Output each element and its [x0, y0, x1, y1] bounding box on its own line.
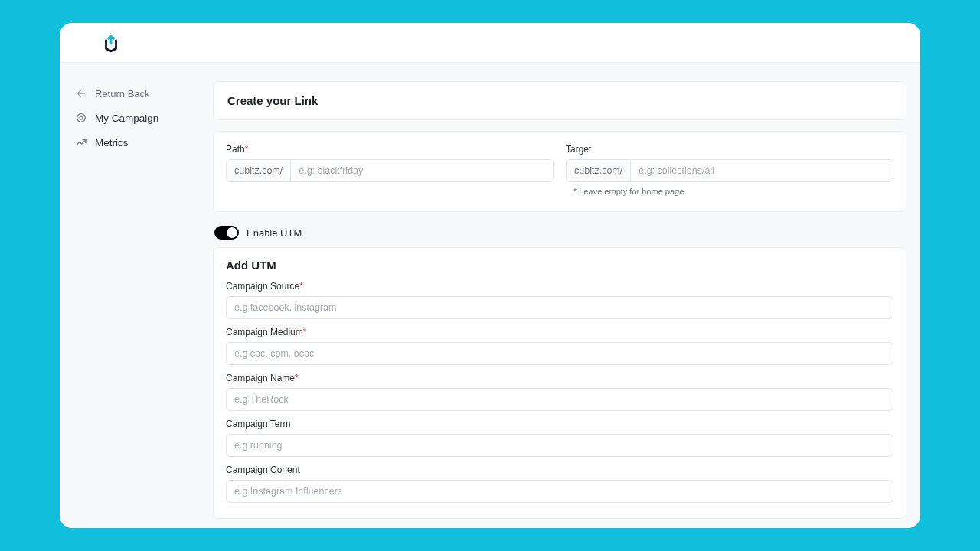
sidebar: Return Back My Campaign Metrics — [60, 63, 213, 528]
sidebar-item-my-campaign[interactable]: My Campaign — [60, 106, 213, 130]
create-link-header-card: Create your Link — [213, 81, 906, 120]
target-prefix: cubitz.com/ — [567, 160, 631, 181]
app-window: Return Back My Campaign Metrics — [60, 23, 920, 528]
target-label: Target — [566, 144, 893, 155]
sidebar-item-metrics[interactable]: Metrics — [60, 130, 213, 155]
add-utm-card: Add UTM Campaign Source* Campaign Medium… — [213, 247, 906, 519]
sidebar-return-label: Return Back — [95, 88, 150, 99]
target-icon — [75, 112, 87, 124]
sidebar-item-label: My Campaign — [95, 112, 158, 124]
main-content: Create your Link Path* cubitz.com/ T — [213, 63, 920, 528]
trending-icon — [75, 136, 87, 148]
topbar — [60, 23, 920, 63]
campaign-term-label: Campaign Term — [226, 419, 893, 429]
target-hint: * Leave empty for home page — [573, 187, 893, 196]
path-input-group: cubitz.com/ — [226, 159, 554, 182]
enable-utm-row: Enable UTM — [213, 223, 906, 247]
campaign-source-input[interactable] — [226, 296, 893, 319]
create-link-title: Create your Link — [227, 94, 892, 107]
add-utm-title: Add UTM — [226, 259, 893, 272]
create-link-fields-card: Path* cubitz.com/ Target cubitz.com/ — [213, 131, 906, 212]
campaign-source-label: Campaign Source* — [226, 281, 893, 292]
path-prefix: cubitz.com/ — [227, 160, 291, 181]
sidebar-return-back[interactable]: Return Back — [60, 81, 213, 106]
brand-logo — [101, 33, 121, 53]
enable-utm-label: Enable UTM — [247, 227, 302, 239]
campaign-name-label: Campaign Name* — [226, 373, 893, 383]
sidebar-item-label: Metrics — [95, 137, 129, 148]
campaign-name-input[interactable] — [226, 388, 893, 411]
path-input[interactable] — [291, 160, 553, 181]
svg-point-2 — [80, 116, 83, 119]
campaign-medium-label: Campaign Medium* — [226, 327, 893, 337]
campaign-content-label: Campaign Conent — [226, 465, 893, 475]
path-label: Path* — [226, 144, 554, 155]
enable-utm-toggle[interactable] — [214, 226, 239, 240]
target-input-group: cubitz.com/ — [566, 159, 893, 182]
arrow-left-icon — [75, 87, 87, 99]
toggle-knob — [227, 227, 237, 238]
svg-point-1 — [77, 114, 86, 122]
target-input[interactable] — [631, 160, 893, 181]
campaign-medium-input[interactable] — [226, 342, 893, 365]
campaign-content-input[interactable] — [226, 480, 893, 503]
campaign-term-input[interactable] — [226, 434, 893, 457]
